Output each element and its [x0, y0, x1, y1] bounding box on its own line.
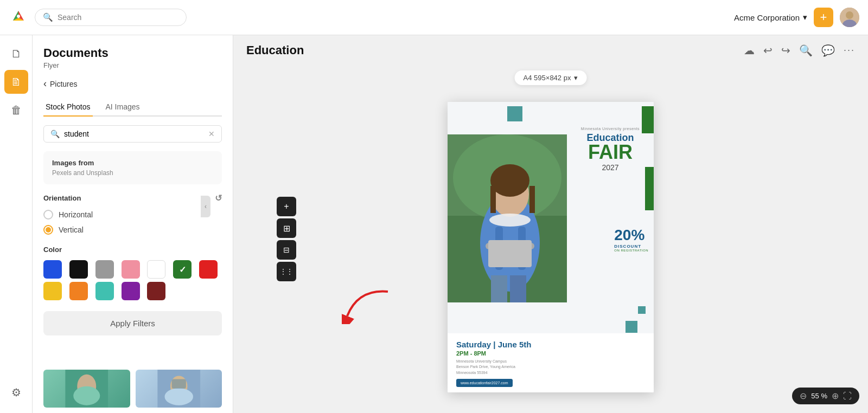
content-area: Education ☁ ↩ ↪ 🔍 💬 ··· A4 595×842 px ▾ … — [233, 35, 868, 413]
zoom-out-button[interactable]: ⊖ — [800, 391, 807, 401]
sidebar: Documents Flyer ‹ Pictures Stock Photos … — [33, 35, 233, 413]
flyer-year-text: 2027 — [572, 163, 648, 172]
back-link[interactable]: ‹ Pictures — [43, 78, 222, 89]
grid-tool[interactable]: ⊟ — [277, 240, 296, 260]
svg-rect-19 — [529, 186, 535, 213]
fullscreen-button[interactable]: ⛶ — [843, 391, 852, 401]
refresh-icon[interactable]: ↺ — [215, 193, 222, 203]
color-white[interactable] — [147, 260, 165, 279]
svg-point-7 — [73, 386, 100, 405]
flyer-document: Minnesota University presents Education … — [448, 102, 654, 392]
dots-icon: ⋮⋮ — [280, 268, 293, 275]
header-actions: ☁ ↩ ↪ 🔍 💬 ··· — [744, 44, 855, 57]
color-orange[interactable] — [69, 282, 88, 300]
color-green[interactable] — [173, 260, 192, 279]
svg-rect-11 — [171, 379, 186, 389]
zoom-level: 55 % — [811, 392, 827, 400]
page-size-bar[interactable]: A4 595×842 px ▾ — [515, 70, 587, 85]
topbar: 🔍 Acme Corporation ▾ + — [0, 0, 868, 35]
color-red[interactable] — [199, 260, 218, 279]
collapse-sidebar-button[interactable]: ‹ — [201, 196, 210, 217]
zoom-in-button[interactable]: ⊕ — [832, 391, 839, 401]
redo-icon[interactable]: ↪ — [781, 44, 790, 57]
svg-rect-26 — [510, 275, 526, 302]
color-purple[interactable] — [122, 282, 140, 300]
flyer-date: Saturday | June 5th — [456, 340, 645, 349]
document-icon: 🗋 — [11, 48, 22, 60]
images-from-title: Images from — [52, 159, 213, 167]
flyer-discount: 20% DISCOUNT ON REGISTRATION — [614, 227, 648, 252]
color-gray[interactable] — [95, 260, 114, 279]
add-button[interactable]: + — [814, 8, 833, 27]
images-from-box: Images from Pexels and Unsplash — [43, 151, 222, 184]
clear-search-icon[interactable]: ✕ — [208, 130, 215, 138]
color-yellow[interactable] — [43, 282, 62, 300]
tab-ai-images[interactable]: AI Images — [104, 98, 142, 117]
orientation-vertical[interactable]: Vertical — [43, 225, 222, 235]
nav-settings[interactable]: ⚙ — [4, 380, 28, 404]
color-pink[interactable] — [122, 260, 140, 279]
undo-icon[interactable]: ↩ — [763, 44, 773, 57]
tabs: Stock Photos AI Images — [43, 98, 222, 117]
color-blue[interactable] — [43, 260, 62, 279]
svg-rect-18 — [490, 186, 496, 213]
more-options-icon[interactable]: ··· — [844, 44, 855, 56]
svg-point-17 — [490, 164, 529, 197]
color-darkred[interactable] — [147, 282, 165, 300]
thumbnail-2[interactable] — [136, 370, 222, 408]
horizontal-label: Horizontal — [59, 210, 93, 219]
nav-trash[interactable]: 🗑 — [4, 98, 28, 122]
flyer-photo — [448, 134, 567, 302]
orientation-label: Orientation ↺ — [43, 193, 222, 203]
thumbnail-1[interactable] — [43, 370, 130, 408]
flyer-discount-label: DISCOUNT — [614, 244, 648, 249]
orientation-options: Horizontal Vertical — [43, 210, 222, 235]
page-size-chevron: ▾ — [574, 74, 578, 82]
svg-point-1 — [17, 15, 20, 18]
page-size-label: A4 595×842 px — [524, 74, 571, 82]
company-name: Acme Corporation — [734, 13, 800, 22]
tab-stock-photos[interactable]: Stock Photos — [43, 98, 93, 117]
settings-icon: ⚙ — [11, 386, 21, 399]
arrow-annotation — [342, 286, 396, 326]
company-selector[interactable]: Acme Corporation ▾ — [734, 12, 807, 22]
deco-sq-1 — [507, 106, 522, 121]
orientation-section: Orientation ↺ Horizontal Vertical — [43, 193, 222, 235]
icon-nav: 🗋 🗎 🗑 ⚙ — [0, 35, 33, 413]
flyer-website: www.educationfair2027.com — [456, 379, 513, 387]
thumbnail-row — [33, 364, 233, 413]
topbar-right: Acme Corporation ▾ + — [734, 8, 859, 27]
color-section: Color — [43, 246, 222, 300]
color-label: Color — [43, 246, 222, 254]
color-teal[interactable] — [95, 282, 114, 300]
chevron-down-icon: ▾ — [803, 12, 807, 22]
fit-tool[interactable]: ⊞ — [277, 218, 296, 238]
dots-tool[interactable]: ⋮⋮ — [277, 262, 296, 281]
orientation-horizontal[interactable]: Horizontal — [43, 210, 222, 220]
document-filled-icon: 🗎 — [11, 76, 22, 88]
search-box[interactable]: 🔍 — [35, 9, 187, 26]
nav-documents[interactable]: 🗎 — [4, 70, 28, 94]
filter-panel: 🔍 ✕ Images from Pexels and Unsplash Orie… — [33, 117, 233, 364]
color-black[interactable] — [69, 260, 88, 279]
filter-search-box[interactable]: 🔍 ✕ — [43, 125, 222, 143]
search-input[interactable] — [58, 13, 178, 22]
apply-filters-button[interactable]: Apply Filters — [43, 311, 222, 335]
zoom-in-tool[interactable]: + — [277, 197, 296, 216]
radio-vertical[interactable] — [43, 225, 53, 235]
nav-new-document[interactable]: 🗋 — [4, 42, 28, 66]
app-logo[interactable] — [9, 7, 28, 28]
flyer-fair-text: FAIR — [572, 143, 648, 162]
canvas-area: A4 595×842 px ▾ + ⊞ ⊟ ⋮⋮ — [233, 65, 868, 413]
filter-search-input[interactable] — [64, 130, 204, 138]
cloud-save-icon[interactable]: ☁ — [744, 44, 755, 57]
comment-icon[interactable]: 💬 — [821, 44, 835, 57]
plus-icon: + — [284, 202, 289, 211]
flyer-bottom: Saturday | June 5th 2PM - 8PM Minnesota … — [448, 333, 654, 393]
search-content-icon[interactable]: 🔍 — [799, 44, 813, 57]
zoom-bar: ⊖ 55 % ⊕ ⛶ — [792, 388, 859, 404]
avatar[interactable] — [840, 8, 859, 27]
radio-horizontal[interactable] — [43, 210, 53, 220]
content-title: Education — [246, 43, 304, 57]
grid-icon: ⊟ — [283, 246, 290, 254]
